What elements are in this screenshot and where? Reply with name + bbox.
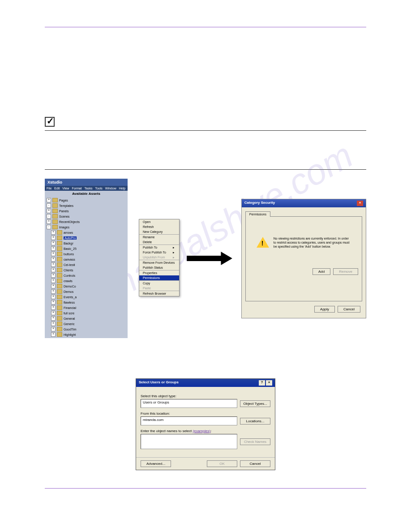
tree-item[interactable]: Cel-testi — [64, 263, 75, 266]
expand-icon[interactable]: + — [47, 219, 51, 224]
expand-icon[interactable]: + — [51, 332, 56, 337]
tree-item[interactable]: Financial — [64, 306, 76, 309]
expand-icon[interactable]: + — [51, 252, 56, 256]
tree-pages[interactable]: Pages — [59, 199, 68, 202]
ctx-copy[interactable]: Copy — [139, 280, 179, 286]
tree-item[interactable]: canvass — [64, 258, 75, 261]
expand-icon[interactable]: + — [51, 246, 56, 251]
expand-icon[interactable]: + — [51, 322, 56, 326]
expand-icon[interactable]: - — [47, 203, 51, 208]
ctx-refresh-browser[interactable]: Refresh Browser — [139, 291, 179, 296]
expand-icon[interactable]: + — [51, 311, 56, 315]
ctx-properties[interactable]: Properties — [139, 270, 179, 275]
expand-icon[interactable]: + — [51, 257, 56, 262]
tree-item[interactable]: flawless — [64, 301, 75, 304]
menu-edit[interactable]: Edit — [54, 187, 60, 190]
menu-window[interactable]: Window — [105, 187, 116, 190]
ctx-remove-devices[interactable]: Remove From Devices — [139, 260, 179, 265]
xstudio-menubar[interactable]: File Edit View Format Tasks Tools Window… — [45, 186, 128, 191]
expand-icon[interactable]: + — [51, 230, 56, 235]
expand-icon[interactable]: + — [51, 279, 56, 283]
tree-item-selected[interactable]: AutoPro — [64, 236, 77, 240]
expand-icon[interactable]: - — [47, 214, 51, 219]
folder-icon — [52, 219, 58, 224]
expand-icon[interactable]: + — [51, 305, 56, 310]
tree-recent[interactable]: RecentObjects — [59, 220, 80, 223]
expand-icon[interactable]: + — [51, 284, 56, 288]
cancel-button[interactable]: Cancel — [240, 460, 270, 467]
close-icon[interactable]: × — [266, 380, 272, 386]
ctx-open[interactable]: Open — [139, 219, 179, 224]
expand-icon[interactable]: + — [51, 300, 56, 305]
menu-tasks[interactable]: Tasks — [85, 187, 93, 190]
tree-templates[interactable]: Templates — [59, 204, 73, 207]
tab-permissions[interactable]: Permissions — [245, 211, 270, 217]
folder-icon — [57, 332, 62, 337]
object-types-button[interactable]: Object Types... — [240, 400, 270, 407]
expand-icon[interactable]: + — [47, 198, 51, 202]
expand-icon[interactable]: + — [51, 268, 56, 272]
locations-button[interactable]: Locations... — [240, 418, 270, 425]
object-type-field[interactable]: Users or Groups — [141, 399, 237, 408]
close-icon[interactable]: × — [357, 201, 363, 206]
tree-item[interactable]: arrows — [64, 231, 73, 234]
ctx-refresh[interactable]: Refresh — [139, 224, 179, 229]
menu-file[interactable]: File — [47, 187, 51, 190]
tree-item[interactable]: Backgr — [64, 242, 73, 245]
advanced-button[interactable]: Advanced... — [141, 460, 171, 467]
ctx-rename[interactable]: Rename — [139, 234, 179, 240]
expand-icon[interactable]: + — [51, 295, 56, 299]
folder-icon — [52, 225, 58, 229]
expand-icon[interactable]: - — [47, 225, 51, 229]
tree-item[interactable]: DemoCo — [64, 285, 76, 288]
tree-item[interactable]: Basic_25 — [64, 247, 77, 250]
tree-item[interactable]: full scre — [64, 312, 74, 315]
expand-icon[interactable]: + — [47, 209, 51, 213]
ctx-new-category[interactable]: New Category — [139, 229, 179, 234]
expand-icon[interactable]: + — [51, 273, 56, 278]
apply-button[interactable]: Apply — [314, 306, 335, 313]
cancel-button[interactable]: Cancel — [338, 306, 360, 313]
location-field[interactable]: miranda.com — [141, 416, 237, 425]
folder-icon — [57, 300, 62, 305]
tree-panels[interactable]: Panels — [59, 210, 68, 213]
add-button[interactable]: Add — [313, 268, 330, 275]
tree-item[interactable]: Highlight — [64, 333, 76, 336]
tree-item[interactable]: Generat — [64, 317, 75, 320]
expand-icon[interactable]: + — [51, 316, 56, 321]
asset-tree[interactable]: +Pages -Templates +Panels -Scenes +Recen… — [45, 197, 128, 338]
ctx-permissions[interactable]: Permissions — [139, 275, 179, 280]
folder-icon — [57, 322, 62, 326]
object-names-input[interactable] — [141, 434, 237, 449]
folder-icon — [57, 284, 62, 288]
tree-scenes[interactable]: Scenes — [59, 215, 69, 218]
expand-icon[interactable]: + — [51, 262, 56, 267]
menu-tools[interactable]: Tools — [95, 187, 102, 190]
tree-images[interactable]: Images — [59, 226, 69, 229]
help-icon[interactable]: ? — [259, 380, 265, 386]
xstudio-title: Xstudio — [47, 180, 62, 184]
tree-item[interactable]: buttons — [64, 253, 74, 256]
context-menu[interactable]: Open Refresh New Category Rename Delete … — [139, 219, 180, 296]
enter-names-label: Enter the object names to select (exampl… — [141, 429, 270, 433]
tree-item[interactable]: Events_a — [64, 296, 77, 299]
expand-icon[interactable]: + — [51, 327, 56, 331]
expand-icon[interactable]: + — [51, 236, 56, 240]
note-rule-bottom — [45, 169, 366, 170]
ctx-force-publish[interactable]: Force Publish To — [139, 250, 179, 255]
tree-item[interactable]: crawls — [64, 279, 73, 283]
menu-format[interactable]: Format — [72, 187, 81, 190]
expand-icon[interactable]: + — [51, 289, 56, 294]
ctx-delete[interactable]: Delete — [139, 240, 179, 245]
expand-icon[interactable]: + — [51, 241, 56, 245]
tree-item[interactable]: GoodTim — [64, 328, 77, 331]
tree-item[interactable]: Controls — [64, 274, 75, 277]
tree-item[interactable]: Generic — [64, 322, 75, 326]
tree-item[interactable]: Demos — [64, 290, 73, 293]
menu-view[interactable]: View — [62, 187, 69, 190]
tree-item[interactable]: Clients — [64, 269, 73, 272]
menu-help[interactable]: Help — [119, 187, 125, 190]
ctx-publish-to[interactable]: Publish To — [139, 245, 179, 250]
examples-link[interactable]: (examples) — [193, 429, 211, 433]
ctx-publish-status[interactable]: Publish Status — [139, 265, 179, 270]
